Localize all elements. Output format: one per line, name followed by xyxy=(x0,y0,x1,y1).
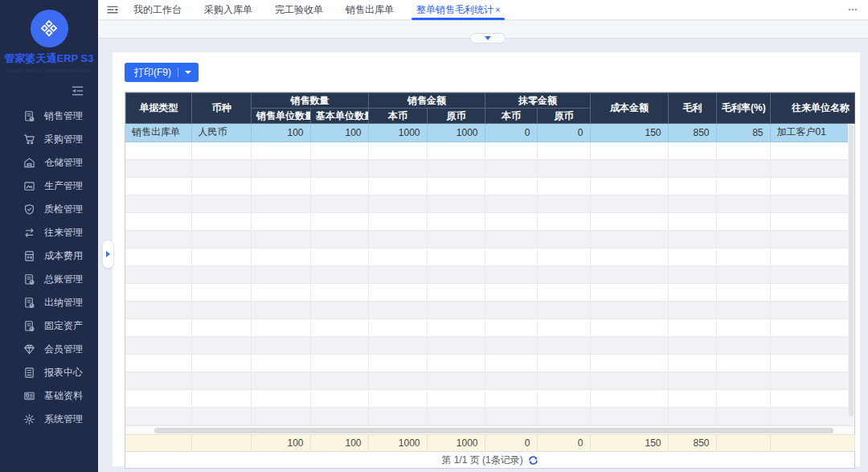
tab-sales-outbound[interactable]: 销售出库单 xyxy=(334,0,405,20)
vertical-scrollbar xyxy=(848,124,854,425)
empty-cell xyxy=(590,354,668,371)
tab-completion-acceptance[interactable]: 完工验收单 xyxy=(264,0,334,20)
empty-cell xyxy=(427,177,485,195)
sidebar-item-general-ledger[interactable]: 总账管理 xyxy=(0,268,98,291)
empty-cell xyxy=(770,265,848,283)
cell-sales-amount-original[interactable]: 1000 xyxy=(427,124,485,142)
cell-currency[interactable]: 人民币 xyxy=(191,124,251,142)
brand-title: 管家婆天通ERP S3 xyxy=(0,51,98,66)
col-header-sales-unit-qty: 销售单位数量 xyxy=(252,109,311,124)
cell-sales-unit-qty[interactable]: 100 xyxy=(251,124,310,142)
empty-cell xyxy=(590,142,668,159)
more-tabs-icon[interactable]: ⋯ xyxy=(848,4,858,15)
group-header-rounding-amount: 抹零金额 xyxy=(485,93,591,109)
cell-gross-margin[interactable]: 85 xyxy=(716,124,770,142)
tab-list-dropdown-icon[interactable] xyxy=(103,5,122,15)
cell-doc-type[interactable]: 销售出库单 xyxy=(125,124,191,142)
empty-cell xyxy=(427,354,485,371)
cell-base-unit-qty[interactable]: 100 xyxy=(310,124,368,142)
sidebar-item-label: 往来管理 xyxy=(44,226,83,240)
ledger-icon xyxy=(23,297,35,309)
sidebar-item-basic-data[interactable]: 基础资料 xyxy=(0,384,98,408)
empty-cell xyxy=(668,407,716,425)
sidebar-item-label: 会员管理 xyxy=(44,343,83,356)
button-divider xyxy=(178,68,178,77)
col-header-original-currency: 原币 xyxy=(538,109,591,124)
empty-cell xyxy=(251,177,310,195)
swap-arrows-icon xyxy=(23,227,35,239)
table-row-empty xyxy=(125,195,848,212)
cell-cost-amount[interactable]: 150 xyxy=(590,124,668,142)
total-sales-amount-original: 1000 xyxy=(427,434,485,451)
collapse-menu-icon[interactable] xyxy=(71,85,84,96)
empty-cell xyxy=(668,371,716,389)
empty-cell xyxy=(191,371,251,389)
empty-cell xyxy=(427,248,485,265)
empty-cell xyxy=(251,301,310,318)
empty-cell xyxy=(485,265,537,283)
empty-cell xyxy=(368,230,427,248)
empty-cell xyxy=(368,248,427,265)
empty-cell xyxy=(310,230,368,248)
empty-cell xyxy=(537,354,590,371)
sidebar-item-members[interactable]: 会员管理 xyxy=(0,338,98,361)
sidebar-item-label: 销售管理 xyxy=(44,109,83,123)
vertical-scrollbar-thumb[interactable] xyxy=(849,125,854,417)
empty-cell xyxy=(770,195,848,212)
sidebar-item-reports[interactable]: 报表中心 xyxy=(0,361,98,384)
empty-cell xyxy=(537,212,590,230)
sidebar-item-sales[interactable]: 销售管理 xyxy=(0,105,98,128)
sidebar-item-production[interactable]: 生产管理 xyxy=(0,174,98,198)
sidebar-item-system[interactable]: 系统管理 xyxy=(0,408,98,431)
sidebar-item-fixed-assets[interactable]: 固定资产 xyxy=(0,314,98,338)
sidebar-item-label: 仓储管理 xyxy=(44,156,83,170)
empty-cell xyxy=(716,318,770,336)
table-row-selected[interactable]: 销售出库单 人民币 100 100 1000 1000 0 0 150 850 … xyxy=(125,124,848,142)
cell-sales-amount-local[interactable]: 1000 xyxy=(368,124,427,142)
empty-cell xyxy=(310,336,368,354)
empty-cell xyxy=(310,301,368,318)
expand-filter-panel-button[interactable] xyxy=(470,33,506,43)
col-header-gross-margin: 毛利率(%) xyxy=(717,93,771,124)
tab-sales-profit-stats[interactable]: 整单销售毛利统计× xyxy=(405,0,511,20)
empty-cell xyxy=(368,354,427,371)
close-tab-icon[interactable]: × xyxy=(495,5,500,14)
cell-partner-name[interactable]: 加工客户01 xyxy=(770,124,848,142)
horizontal-scrollbar-thumb[interactable] xyxy=(154,428,833,433)
empty-cell xyxy=(537,318,590,336)
table-row-empty xyxy=(125,159,848,177)
cell-rounding-local[interactable]: 0 xyxy=(485,124,537,142)
empty-cell xyxy=(485,159,537,177)
empty-cell xyxy=(716,230,770,248)
sidebar-item-purchase[interactable]: 采购管理 xyxy=(0,128,98,151)
empty-cell xyxy=(310,407,368,425)
table-row-empty xyxy=(125,354,848,371)
empty-cell xyxy=(125,354,191,371)
sidebar-item-cost[interactable]: 成本费用 xyxy=(0,244,98,268)
refresh-icon[interactable] xyxy=(528,455,538,466)
invoice-icon xyxy=(23,110,35,122)
empty-cell xyxy=(427,142,485,159)
empty-cell xyxy=(668,354,716,371)
sidebar-item-warehouse[interactable]: 仓储管理 xyxy=(0,151,98,174)
expand-side-panel-button[interactable] xyxy=(102,240,114,269)
print-button[interactable]: 打印(F9) xyxy=(125,63,199,82)
empty-cell xyxy=(251,212,310,230)
cell-rounding-original[interactable]: 0 xyxy=(537,124,590,142)
tab-my-workbench[interactable]: 我的工作台 xyxy=(122,0,193,20)
sidebar-item-quality[interactable]: 质检管理 xyxy=(0,198,98,221)
report-icon xyxy=(23,367,35,379)
tab-purchase-inbound[interactable]: 采购入库单 xyxy=(193,0,264,20)
empty-cell xyxy=(485,389,537,407)
empty-cell xyxy=(125,371,191,389)
sidebar-item-contacts[interactable]: 往来管理 xyxy=(0,221,98,244)
sidebar-item-cashier[interactable]: 出纳管理 xyxy=(0,291,98,314)
empty-cell xyxy=(485,336,537,354)
table-row-empty xyxy=(125,265,848,283)
empty-cell xyxy=(251,230,310,248)
empty-cell xyxy=(368,177,427,195)
empty-cell xyxy=(485,248,537,265)
cell-gross-profit[interactable]: 850 xyxy=(668,124,716,142)
empty-cell xyxy=(485,283,537,301)
empty-cell xyxy=(251,407,310,425)
